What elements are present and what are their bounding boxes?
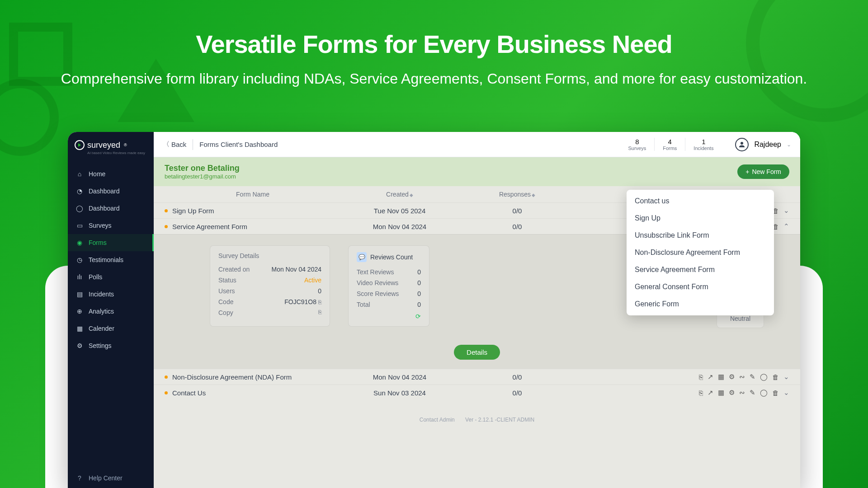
stat-forms[interactable]: 4Forms — [654, 138, 685, 151]
chevron-down-icon[interactable]: ⌄ — [783, 389, 789, 397]
hero-subtitle: Comprehensive form library including NDA… — [0, 68, 868, 89]
dropdown-item-sign-up[interactable]: Sign Up — [627, 210, 774, 227]
reviews-icon: 💬 — [357, 252, 367, 262]
tester-email: betalingtester1@gmail.com — [165, 173, 240, 180]
shield-icon: ◉ — [76, 239, 83, 246]
card-icon: ▤ — [76, 291, 83, 298]
share-icon[interactable]: ↗ — [708, 373, 713, 381]
help-center-link[interactable]: ?Help Center — [68, 468, 154, 488]
gear-icon: ⚙ — [76, 342, 83, 349]
sidebar-item-settings[interactable]: ⚙Settings — [68, 337, 154, 354]
edit-icon[interactable]: ✎ — [750, 389, 755, 397]
hero-title: Versatile Forms for Every Business Need — [0, 29, 868, 59]
subheader: Tester one Betaling betalingtester1@gmai… — [154, 157, 800, 186]
dropdown-item-generic[interactable]: Generic Form — [627, 296, 774, 313]
chevron-up-icon[interactable]: ⌃ — [783, 222, 789, 230]
plus-icon: + — [745, 168, 749, 175]
chevron-down-icon[interactable]: ⌄ — [783, 206, 789, 215]
sidebar-item-calendar[interactable]: ▦Calender — [68, 320, 154, 337]
share-icon[interactable]: ↗ — [708, 389, 713, 397]
hero-banner: Versatile Forms for Every Business Need … — [0, 29, 868, 89]
copy-icon[interactable]: ⎘ — [318, 309, 321, 316]
new-form-button[interactable]: +New Form — [737, 164, 789, 179]
edit-icon[interactable]: ✎ — [750, 373, 755, 381]
sidebar: surveyed ® AI based Video Reviews made e… — [68, 132, 154, 488]
app-window: surveyed ® AI based Video Reviews made e… — [68, 132, 800, 488]
sidebar-item-analytics[interactable]: ⊕Analytics — [68, 303, 154, 320]
circle-icon[interactable]: ◯ — [760, 373, 768, 381]
breadcrumb: Forms Client's Dashboard — [199, 141, 278, 148]
sort-icon: ◆ — [532, 192, 535, 197]
status-dot-icon — [165, 375, 168, 379]
topbar: 〈Back Forms Client's Dashboard 8Surveys … — [154, 132, 800, 157]
avatar-icon — [735, 138, 749, 151]
sidebar-item-dashboard[interactable]: ◔Dashboard — [68, 183, 154, 200]
dropdown-item-nda[interactable]: Non-Disclosure Agreement Form — [627, 244, 774, 261]
user-name: Rajdeep — [754, 141, 781, 149]
copy-icon[interactable]: ⎘ — [699, 373, 703, 381]
dropdown-item-service-agreement[interactable]: Service Agreement Form — [627, 261, 774, 278]
chevron-left-icon: 〈 — [163, 140, 170, 149]
folder-icon: ▭ — [76, 222, 83, 229]
delete-icon[interactable]: 🗑 — [772, 389, 779, 397]
brand-tagline: AI based Video Reviews made easy — [75, 151, 147, 155]
bars-icon: ılı — [76, 273, 83, 281]
footer: Contact Admin Ver - 2.12.1 -CLIENT ADMIN — [154, 400, 800, 431]
link-icon[interactable]: ∾ — [739, 373, 745, 381]
status-dot-icon — [165, 209, 168, 212]
contact-admin-link[interactable]: Contact Admin — [420, 417, 455, 423]
brand-name: surveyed — [87, 141, 120, 150]
copy-icon[interactable]: ⎘ — [699, 389, 703, 397]
refresh-icon[interactable]: ⟳ — [357, 313, 421, 320]
qr-icon[interactable]: ▦ — [718, 389, 724, 397]
dropdown-item-contact-us[interactable]: Contact us — [627, 192, 774, 210]
sidebar-item-polls[interactable]: ılıPolls — [68, 268, 154, 286]
table-row[interactable]: Contact Us Sun Nov 03 2024 0/0 ⎘ ↗ ▦ ⚙ ∾… — [154, 385, 800, 400]
sidebar-item-surveys[interactable]: ▭Surveys — [68, 217, 154, 234]
tester-name: Tester one Betaling — [165, 164, 240, 173]
survey-details-card: Survey Details Created onMon Nov 04 2024… — [210, 245, 330, 327]
sidebar-item-testimonials[interactable]: ◷Testimonials — [68, 251, 154, 268]
help-icon: ? — [76, 474, 83, 482]
user-menu[interactable]: Rajdeep ⌄ — [735, 138, 791, 151]
globe-icon: ⊕ — [76, 308, 83, 315]
column-created[interactable]: Created◆ — [341, 191, 458, 198]
gauge-icon: ◔ — [76, 188, 83, 195]
sidebar-item-dashboard-2[interactable]: ◯Dashboard — [68, 200, 154, 217]
status-dot-icon — [165, 391, 168, 394]
sidebar-item-incidents[interactable]: ▤Incidents — [68, 286, 154, 303]
home-icon: ⌂ — [76, 170, 83, 178]
circle-icon[interactable]: ◯ — [760, 389, 768, 397]
chevron-down-icon: ⌄ — [787, 141, 791, 148]
sidebar-item-forms[interactable]: ◉Forms — [68, 234, 154, 251]
chevron-down-icon[interactable]: ⌄ — [783, 373, 789, 381]
stat-surveys[interactable]: 8Surveys — [620, 138, 654, 151]
calendar-icon: ▦ — [76, 325, 83, 332]
dropdown-item-consent[interactable]: General Consent Form — [627, 278, 774, 296]
details-button[interactable]: Details — [454, 345, 500, 360]
status-dot-icon — [165, 225, 168, 228]
brand-logo[interactable]: surveyed ® AI based Video Reviews made e… — [68, 132, 154, 162]
sort-icon: ◆ — [410, 192, 413, 197]
logo-mark-icon — [75, 140, 85, 150]
main-panel: 〈Back Forms Client's Dashboard 8Surveys … — [154, 132, 800, 488]
neutral-label: Neutral — [722, 315, 758, 322]
column-responses[interactable]: Responses◆ — [458, 191, 576, 198]
gear-icon[interactable]: ⚙ — [729, 389, 735, 397]
link-icon[interactable]: ∾ — [739, 389, 745, 397]
column-form-name[interactable]: Form Name — [165, 191, 341, 198]
clock-icon: ◷ — [76, 256, 83, 263]
table-row[interactable]: Non-Disclosure Agreement (NDA) Form Mon … — [154, 369, 800, 385]
new-form-dropdown: Contact us Sign Up Unsubscribe Link Form… — [627, 190, 774, 315]
back-button[interactable]: 〈Back — [163, 140, 186, 149]
gear-icon[interactable]: ⚙ — [729, 373, 735, 381]
refresh-icon: ◯ — [76, 205, 83, 212]
dropdown-item-unsubscribe[interactable]: Unsubscribe Link Form — [627, 227, 774, 244]
qr-icon[interactable]: ▦ — [718, 373, 724, 381]
reviews-count-card: 💬Reviews Count Text Reviews0 Video Revie… — [348, 245, 429, 327]
sidebar-item-home[interactable]: ⌂Home — [68, 165, 154, 183]
delete-icon[interactable]: 🗑 — [772, 373, 779, 381]
stat-incidents[interactable]: 1Incidents — [685, 138, 722, 151]
version-text: Ver - 2.12.1 -CLIENT ADMIN — [465, 417, 534, 423]
copy-icon[interactable]: ⎘ — [318, 299, 321, 305]
